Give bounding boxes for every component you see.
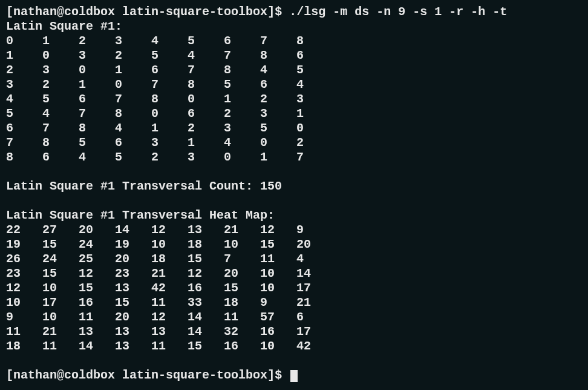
prompt-line-1: [nathan@coldbox latin-square-toolbox]$ .… bbox=[6, 5, 582, 19]
square-row: 4 5 6 7 8 0 1 2 3 bbox=[6, 92, 582, 107]
prompt-user: nathan bbox=[13, 5, 57, 19]
transversal-count-value: 150 bbox=[260, 179, 282, 193]
prompt-host: coldbox bbox=[64, 368, 115, 382]
cursor-block bbox=[290, 370, 298, 382]
prompt-host: coldbox bbox=[64, 5, 115, 19]
square-row: 8 6 4 5 2 3 0 1 7 bbox=[6, 150, 582, 165]
heatmap-row: 11 21 13 13 13 14 32 16 17 bbox=[6, 325, 582, 339]
prompt-cwd: latin-square-toolbox bbox=[122, 5, 267, 19]
heatmap-row: 18 11 14 13 11 15 16 10 42 bbox=[6, 339, 582, 354]
square-row: 2 3 0 1 6 7 8 4 5 bbox=[6, 63, 582, 78]
prompt-user: nathan bbox=[13, 368, 57, 382]
blank-line bbox=[6, 354, 582, 368]
heatmap-row: 19 15 24 19 10 18 10 15 20 bbox=[6, 237, 582, 252]
square-row: 3 2 1 0 7 8 5 6 4 bbox=[6, 78, 582, 92]
heatmap-row: 26 24 25 20 18 15 7 11 4 bbox=[6, 252, 582, 266]
square-row: 5 4 7 8 0 6 2 3 1 bbox=[6, 107, 582, 121]
prompt-line-2[interactable]: [nathan@coldbox latin-square-toolbox]$ bbox=[6, 368, 582, 383]
heatmap-header: Latin Square #1 Transversal Heat Map: bbox=[6, 208, 582, 223]
transversal-count-line: Latin Square #1 Transversal Count: 150 bbox=[6, 179, 582, 194]
heatmap-row: 9 10 11 20 12 14 11 57 6 bbox=[6, 310, 582, 325]
transversal-count-label: Latin Square #1 Transversal Count: bbox=[6, 179, 253, 193]
square-row: 6 7 8 4 1 2 3 5 0 bbox=[6, 121, 582, 136]
prompt-cwd: latin-square-toolbox bbox=[122, 368, 267, 382]
blank-line bbox=[6, 165, 582, 179]
latin-square-grid: 0 1 2 3 4 5 6 7 81 0 3 2 5 4 7 8 62 3 0 … bbox=[6, 34, 582, 165]
square-row: 1 0 3 2 5 4 7 8 6 bbox=[6, 48, 582, 63]
square-row: 0 1 2 3 4 5 6 7 8 bbox=[6, 34, 582, 48]
blank-line bbox=[6, 194, 582, 208]
heatmap-row: 23 15 12 23 21 12 20 10 14 bbox=[6, 266, 582, 281]
heatmap-row: 22 27 20 14 12 13 21 12 9 bbox=[6, 223, 582, 237]
square-row: 7 8 5 6 3 1 4 0 2 bbox=[6, 136, 582, 150]
heatmap-grid: 22 27 20 14 12 13 21 12 919 15 24 19 10 … bbox=[6, 223, 582, 354]
heatmap-row: 12 10 15 13 42 16 15 10 17 bbox=[6, 281, 582, 296]
heatmap-row: 10 17 16 15 11 33 18 9 21 bbox=[6, 296, 582, 310]
square-header: Latin Square #1: bbox=[6, 19, 582, 34]
command-text: ./lsg -m ds -n 9 -s 1 -r -h -t bbox=[289, 5, 507, 19]
